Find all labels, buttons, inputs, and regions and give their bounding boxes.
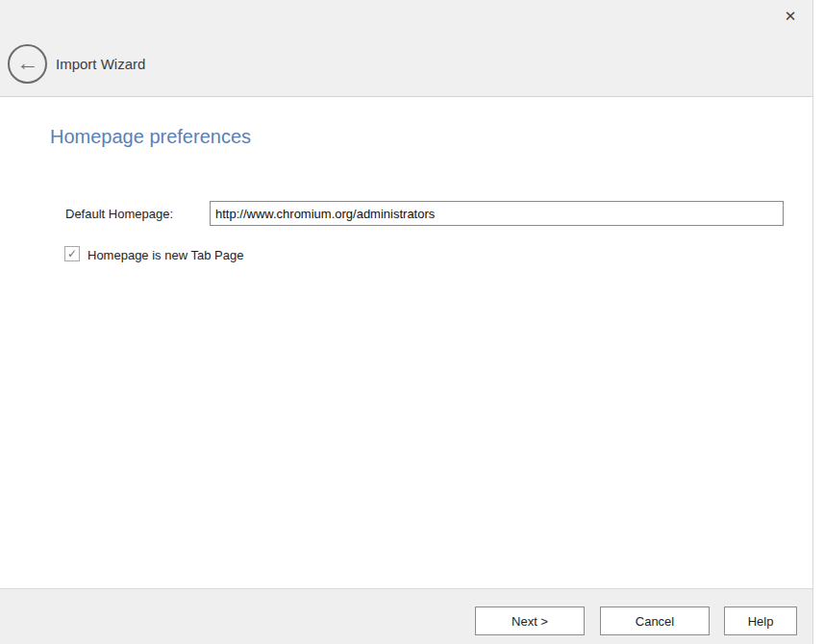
import-wizard-window: ✕ ← Import Wizard Homepage preferences D… (0, 0, 813, 644)
homepage-newtab-checkbox[interactable]: ✓ (64, 246, 80, 261)
page-title: Homepage preferences (50, 126, 251, 148)
help-button[interactable]: Help (724, 607, 797, 635)
back-arrow-icon: ← (16, 52, 38, 74)
window-title: Import Wizard (56, 56, 145, 72)
close-icon: ✕ (785, 8, 797, 24)
titlebar: ✕ ← Import Wizard (0, 0, 812, 97)
back-button[interactable]: ← (8, 44, 47, 84)
default-homepage-input[interactable] (210, 201, 784, 226)
checkmark-icon: ✓ (67, 248, 77, 260)
default-homepage-label: Default Homepage: (65, 207, 173, 221)
close-button[interactable]: ✕ (779, 5, 802, 28)
homepage-newtab-label: Homepage is new Tab Page (87, 248, 243, 262)
next-button[interactable]: Next > (475, 607, 585, 635)
cancel-button[interactable]: Cancel (600, 607, 710, 635)
